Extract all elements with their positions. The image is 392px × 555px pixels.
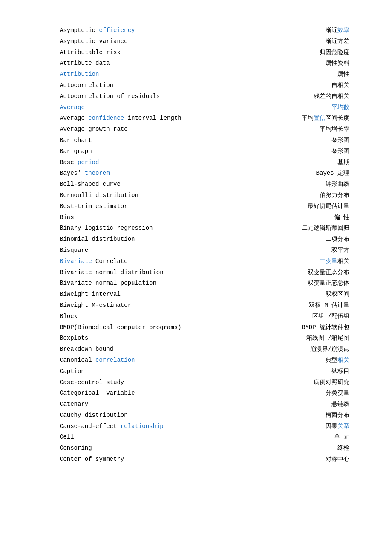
glossary-row: Binomial distribution二项分布 [60,234,349,245]
chinese-term: 悬链线 [331,399,349,410]
glossary-row: Block区组 /配伍组 [60,312,349,322]
english-term: Breakdown bound [60,344,113,355]
glossary-row: Attribute data属性资料 [60,58,349,69]
chinese-term: 归因危险度 [320,48,349,58]
chinese-term: 偏 性 [334,213,349,223]
chinese-term: 箱线图 /箱尾图 [306,333,349,344]
english-term: Bias [60,213,74,223]
link-text[interactable]: 二变量 [320,258,337,265]
chinese-term: 平均数 [331,103,349,113]
link-text[interactable]: correlation [95,357,135,364]
glossary-row: Bivariate normal population双变量正态总体 [60,278,349,289]
chinese-term: 病例对照研究 [314,378,349,388]
glossary-container: Asymptotic efficiency渐近效率Asymptotic vari… [60,26,349,465]
english-term: Biweight interval [60,289,121,300]
glossary-row: Case-control study病例对照研究 [60,378,349,388]
english-term: Block [60,312,78,322]
english-term: Bernoulli distribution [60,191,138,201]
english-term: Binomial distribution [60,234,135,245]
link-text[interactable]: confidence [88,115,124,121]
glossary-row: Best-trim estimator最好切尾估计量 [60,202,349,212]
chinese-term: 单 元 [334,432,349,442]
glossary-row: Bernoulli distribution伯努力分布 [60,191,349,201]
chinese-term: 对称中心 [326,454,349,465]
chinese-term: 平均置信区间长度 [302,113,349,124]
english-term: Caption [60,367,85,377]
link-text[interactable]: 平均数 [331,104,349,111]
chinese-term: 渐近方差 [326,37,349,47]
chinese-term: 双权区间 [326,289,349,300]
chinese-term: 典型相关 [326,356,349,366]
english-term: Bell-shaped curve [60,179,121,190]
chinese-term: 属性资料 [326,58,349,69]
english-term: Censoring [60,443,92,454]
chinese-term: 纵标目 [331,367,349,377]
chinese-term: 残差的自相关 [314,92,349,102]
glossary-row: Attributable risk归因危险度 [60,48,349,58]
english-term: Asymptotic variance [60,37,128,47]
english-term: Bar chart [60,136,92,146]
chinese-term: 平均增长率 [320,124,349,135]
english-term: Categorical variable [60,388,135,399]
glossary-row: Bivariate Correlate二变量相关 [60,257,349,267]
glossary-row: Center of symmetry对称中心 [60,454,349,465]
chinese-term: 伯努力分布 [320,191,349,201]
glossary-row: Bar graph条形图 [60,147,349,157]
glossary-row: Binary logistic regression二元逻辑斯蒂回归 [60,223,349,234]
english-term: Bivariate Correlate [60,257,128,267]
link-text[interactable]: period [78,159,99,166]
chinese-term: 双变量正态总体 [308,278,349,289]
english-term: Boxplots [60,333,88,344]
glossary-row: Average growth rate平均增长率 [60,124,349,135]
link-text[interactable]: 置信 [314,115,326,121]
glossary-row: Bisquare双平方 [60,246,349,256]
english-term: Attributable risk [60,48,121,58]
english-term: Attribution [60,69,99,80]
chinese-term: 区组 /配伍组 [312,312,349,322]
glossary-row: Cell单 元 [60,432,349,442]
glossary-row: Bell-shaped curve钟形曲线 [60,179,349,190]
glossary-row: Attribution属性 [60,69,349,80]
chinese-term: 渐近效率 [326,26,349,36]
link-text[interactable]: Bivariate [60,258,92,265]
english-term: Best-trim estimator [60,202,128,212]
glossary-row: Asymptotic variance渐近方差 [60,37,349,47]
english-term: Case-control study [60,378,124,388]
chinese-term: Bayes 定理 [316,168,349,179]
english-term: Average [60,103,85,113]
link-text[interactable]: efficiency [99,27,135,34]
glossary-row: Bayes' theoremBayes 定理 [60,168,349,179]
chinese-term: BMDP 统计软件包 [302,323,349,333]
english-term: BMDP(Biomedical computer programs) [60,323,182,333]
glossary-row: Boxplots箱线图 /箱尾图 [60,333,349,344]
glossary-row: Bias偏 性 [60,213,349,223]
english-term: Attribute data [60,58,110,69]
english-term: Bivariate normal distribution [60,268,164,278]
link-text[interactable]: relationship [121,423,164,430]
link-text[interactable]: theorem [85,170,110,176]
link-text[interactable]: Attribution [60,71,99,78]
chinese-term: 终检 [337,443,349,454]
chinese-term: 自相关 [331,81,349,91]
english-term: Base period [60,158,99,168]
chinese-term: 条形图 [331,136,349,146]
link-text[interactable]: Average [60,104,85,111]
english-term: Average growth rate [60,124,128,135]
english-term: Cauchy distribution [60,410,128,421]
glossary-row: Caption纵标目 [60,367,349,377]
english-term: Asymptotic efficiency [60,26,135,36]
english-term: Biweight M-estimator [60,301,131,311]
link-text[interactable]: 关系 [337,423,349,430]
chinese-term: 双权 M 估计量 [309,301,349,311]
english-term: Average confidence interval length [60,113,182,124]
chinese-term: 二项分布 [326,234,349,245]
glossary-row: Bar chart条形图 [60,136,349,146]
english-term: Center of symmetry [60,454,124,465]
english-term: Cause-and-effect relationship [60,422,164,432]
link-text[interactable]: 效率 [337,27,349,34]
glossary-row: Canonical correlation典型相关 [60,356,349,366]
link-text[interactable]: 相关 [337,357,349,364]
english-term: Canonical correlation [60,356,135,366]
glossary-row: Cause-and-effect relationship因果关系 [60,422,349,432]
chinese-term: 二元逻辑斯蒂回归 [302,223,349,234]
